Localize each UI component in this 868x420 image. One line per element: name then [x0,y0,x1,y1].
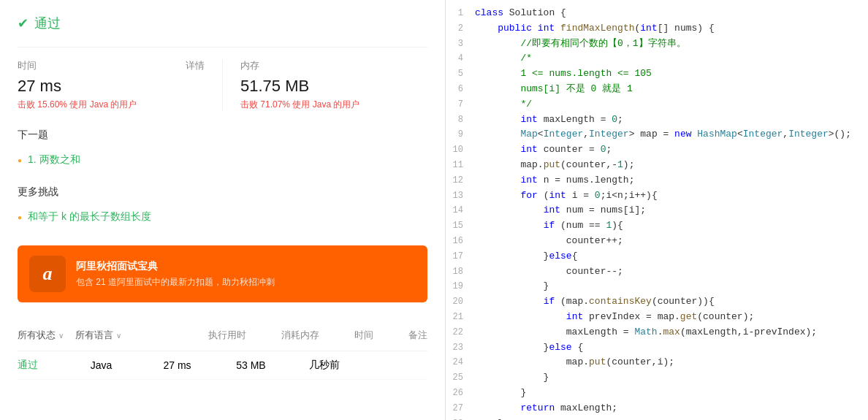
memory-beat: 击败 71.07% 使用 Java 的用户 [240,99,427,111]
line-content: int num = nums[i]; [475,203,868,218]
col-note: 备注 [408,329,427,342]
code-line-15: 15 if (num == 1){ [446,218,868,234]
line-content: Map<Integer,Integer> map = new HashMap<I… [475,127,868,142]
memory-value: 51.75 MB [240,77,427,96]
challenge-link[interactable]: 和等于 k 的最长子数组长度 [28,210,151,224]
submission-status: 通过 [18,359,91,372]
time-value: 27 ms [18,77,205,96]
line-content: }else { [475,340,868,356]
line-number: 7 [446,97,475,112]
more-challenges-section: 更多挑战 ● 和等于 k 的最长子数组长度 [18,186,427,228]
line-content: counter--; [475,264,868,280]
line-number: 20 [446,294,475,309]
line-content: 1 <= nums.length <= 105 [475,66,868,82]
code-line-14: 14 int num = nums[i]; [446,203,868,218]
submission-lang: Java [91,359,164,371]
line-content: int maxLength = 0; [475,112,868,128]
line-number: 10 [446,142,475,157]
code-line-22: 22 maxLength = Math.max(maxLength,i-prev… [446,325,868,340]
line-content: public int findMaxLength(int[] nums) { [475,21,868,37]
next-problem-item[interactable]: ● 1. 两数之和 [18,149,427,171]
detail-link[interactable]: 详情 [186,59,205,72]
filter-status-arrow: ∨ [58,332,64,340]
line-number: 12 [446,173,475,188]
line-number: 23 [446,340,475,355]
line-content: if (map.containsKey(counter)){ [475,294,868,310]
code-line-19: 19 } [446,279,868,294]
next-problem-section: 下一题 ● 1. 两数之和 [18,129,427,171]
submission-timestamp: 几秒前 [309,359,382,372]
code-line-9: 9 Map<Integer,Integer> map = new HashMap… [446,127,868,142]
line-number: 28 [446,416,475,420]
time-metric: 时间 详情 27 ms 击败 15.60% 使用 Java 的用户 [18,59,205,111]
line-content: class Solution { [475,6,868,21]
code-line-8: 8 int maxLength = 0; [446,112,868,128]
code-line-3: 3 //即要有相同个数的【0，1】字符串。 [446,37,868,52]
line-number: 11 [446,158,475,172]
line-number: 26 [446,386,475,400]
status-text: 通过 [34,15,61,32]
line-number: 15 [446,218,475,233]
line-content: } [475,370,868,386]
line-content: maxLength = Math.max(maxLength,i-prevInd… [475,325,868,340]
col-exec-time: 执行用时 [208,329,246,342]
line-number: 2 [446,21,475,36]
line-number: 8 [446,112,475,127]
memory-metric: 内存 51.75 MB 击败 71.07% 使用 Java 的用户 [240,59,427,111]
col-time: 时间 [354,329,373,342]
more-challenges-title: 更多挑战 [18,186,427,199]
ad-banner[interactable]: a 阿里秋招面试宝典 包含 21 道阿里面试中的最新力扣题，助力秋招冲刺 [18,245,427,302]
filter-status-label: 所有状态 [18,329,56,342]
line-number: 9 [446,127,475,142]
next-problem-title: 下一题 [18,129,427,142]
line-content: map.put(counter,i); [475,355,868,370]
left-panel: ✔ 通过 时间 详情 27 ms 击败 15.60% 使用 Java 的用户 内… [0,0,446,420]
line-number: 21 [446,310,475,324]
line-content: return maxLength; [475,401,868,416]
line-content: int n = nums.length; [475,173,868,188]
filter-lang-label: 所有语言 [75,329,113,342]
check-icon: ✔ [18,15,28,31]
filter-lang-arrow: ∨ [116,332,121,340]
line-number: 22 [446,325,475,340]
line-content: if (num == 1){ [475,218,868,234]
line-content: } [475,279,868,294]
submission-status-val: 通过 [18,359,38,370]
code-line-23: 23 }else { [446,340,868,356]
challenge-item[interactable]: ● 和等于 k 的最长子数组长度 [18,206,427,228]
line-number: 13 [446,188,475,203]
line-content: nums[i] 不是 0 就是 1 [475,82,868,97]
memory-label: 内存 [240,59,427,72]
line-number: 16 [446,234,475,248]
filter-status[interactable]: 所有状态 ∨ [18,329,64,342]
line-number: 6 [446,82,475,96]
next-problem-link[interactable]: 1. 两数之和 [28,153,80,167]
ad-text-block: 阿里秋招面试宝典 包含 21 道阿里面试中的最新力扣题，助力秋招冲刺 [76,260,275,289]
code-line-11: 11 map.put(counter,-1); [446,158,868,173]
time-label: 时间 详情 [18,59,205,72]
code-line-25: 25 } [446,370,868,386]
code-line-27: 27 return maxLength; [446,401,868,416]
line-content: } [475,386,868,401]
line-number: 1 [446,6,475,20]
code-line-28: 28 } [446,416,868,420]
metrics-row: 时间 详情 27 ms 击败 15.60% 使用 Java 的用户 内存 51.… [18,47,427,111]
code-line-4: 4 /* [446,51,868,66]
submission-exec-time: 27 ms [163,359,236,371]
line-number: 17 [446,249,475,264]
code-editor: 1class Solution {2 public int findMaxLen… [446,0,868,420]
line-number: 3 [446,37,475,51]
right-panel: 1class Solution {2 public int findMaxLen… [446,0,868,420]
line-content: //即要有相同个数的【0，1】字符串。 [475,37,868,52]
line-content: } [475,416,868,420]
col-memory: 消耗内存 [281,329,319,342]
filter-lang[interactable]: 所有语言 ∨ [75,329,121,342]
code-line-26: 26 } [446,386,868,401]
code-line-16: 16 counter++; [446,234,868,249]
line-number: 19 [446,279,475,294]
submission-memory: 53 MB [236,359,309,371]
challenge-dot-icon: ● [18,213,22,221]
line-content: for (int i = 0;i<n;i++){ [475,188,868,204]
code-line-10: 10 int counter = 0; [446,142,868,158]
status-header: ✔ 通过 [18,15,427,32]
